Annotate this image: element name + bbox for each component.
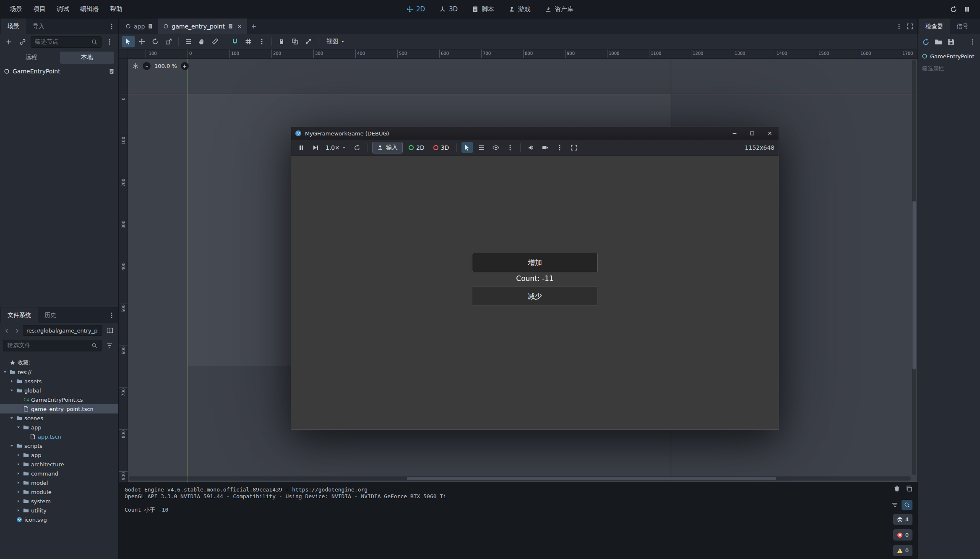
speed-dropdown[interactable]: 1.0×: [324, 144, 348, 151]
snap-options-menu-icon[interactable]: [255, 36, 268, 47]
filter-files-input[interactable]: 筛选文件: [3, 340, 102, 351]
zoom-level-label[interactable]: 100.0 %: [154, 63, 177, 69]
embed-fullscreen-button[interactable]: [568, 142, 579, 153]
attached-script-icon[interactable]: [109, 68, 115, 74]
search-output-button[interactable]: [902, 500, 912, 510]
nav-forward-icon[interactable]: [13, 325, 21, 335]
remote-button[interactable]: 远程: [4, 52, 58, 64]
clear-output-icon[interactable]: [894, 485, 900, 492]
filesystem-menu-icon[interactable]: [108, 312, 115, 319]
fs-row-architecture[interactable]: architecture: [0, 460, 118, 469]
fs-row-scripts[interactable]: scripts: [0, 441, 118, 450]
reset-speed-button[interactable]: [351, 142, 362, 153]
fs-row-model[interactable]: model: [0, 478, 118, 487]
split-view-icon[interactable]: [104, 325, 116, 336]
restart-game-icon[interactable]: [950, 5, 957, 13]
scale-tool-button[interactable]: [162, 36, 175, 47]
rotate-tool-button[interactable]: [149, 36, 162, 47]
view-menu-button[interactable]: 视图: [322, 36, 350, 47]
tab-scene[interactable]: 场景: [1, 18, 26, 34]
fs-row-assets[interactable]: assets: [0, 377, 118, 386]
increase-button[interactable]: 增加: [472, 253, 598, 272]
errors-badge[interactable]: 0: [893, 529, 912, 541]
workspace-script-button[interactable]: 脚本: [467, 3, 500, 16]
new-scene-tab-button[interactable]: [247, 18, 261, 34]
fs-row-global[interactable]: global: [0, 386, 118, 395]
workspace-2d-button[interactable]: 2D: [401, 3, 430, 15]
input-mode-toggle[interactable]: 输入: [372, 142, 403, 153]
fs-row-utility[interactable]: utility: [0, 506, 118, 515]
filter-nodes-input[interactable]: 筛选节点: [31, 36, 102, 48]
fs-row-system[interactable]: system: [0, 497, 118, 506]
smart-snap-button[interactable]: [229, 36, 241, 47]
mute-audio-button[interactable]: [525, 142, 537, 153]
pan-tool-button[interactable]: [195, 36, 208, 47]
horizontal-scrollbar-thumb[interactable]: [407, 477, 776, 480]
fs-row-icon-svg[interactable]: icon.svg: [0, 515, 118, 524]
filter-properties-input[interactable]: 筛选属性: [918, 62, 980, 75]
debug-2d-toggle[interactable]: 2D: [406, 144, 427, 151]
lock-node-button[interactable]: [275, 36, 288, 47]
scene-tree-menu-icon[interactable]: [104, 36, 115, 48]
fs-row-favorites[interactable]: 收藏:: [0, 358, 118, 367]
canvas-2d[interactable]: 100.0 % MyGFrameworkGame (DEBUG): [128, 59, 917, 482]
zoom-in-button[interactable]: [181, 62, 189, 70]
workspace-assetlib-button[interactable]: 资产库: [540, 3, 579, 16]
tab-history[interactable]: 历史: [38, 307, 63, 323]
scene-tree-root-node[interactable]: GameEntryPoint: [0, 65, 118, 78]
current-path[interactable]: res://global/game_entry_p: [23, 325, 102, 336]
nav-back-icon[interactable]: [3, 325, 11, 335]
fs-row-app-folder[interactable]: app: [0, 423, 118, 432]
canvas-vertical-scrollbar[interactable]: [912, 60, 916, 475]
fs-row-gameentrypoint-cs[interactable]: GameEntryPoint.cs: [0, 395, 118, 404]
ruler-tool-button[interactable]: [209, 36, 222, 47]
canvas-horizontal-scrollbar[interactable]: [129, 476, 911, 481]
menu-debug[interactable]: 调试: [51, 3, 75, 15]
dock-menu-icon[interactable]: [108, 23, 115, 30]
tab-signals[interactable]: 信号: [950, 18, 975, 34]
decrease-button[interactable]: 减少: [472, 286, 598, 306]
move-tool-button[interactable]: [136, 36, 148, 47]
instantiate-scene-button[interactable]: [17, 36, 29, 48]
inspected-node-row[interactable]: GameEntryPoint: [918, 50, 980, 62]
center-view-icon[interactable]: [132, 63, 139, 70]
select-mode-button[interactable]: [461, 142, 473, 153]
vertical-scrollbar-thumb[interactable]: [912, 201, 916, 369]
sort-files-icon[interactable]: [104, 340, 115, 351]
select-tool-button[interactable]: [122, 36, 135, 47]
menu-project[interactable]: 项目: [28, 3, 51, 15]
suspend-game-button[interactable]: [295, 142, 307, 153]
distraction-free-icon[interactable]: [907, 23, 913, 30]
fs-row-game-entry-point-tscn[interactable]: game_entry_point.tscn: [0, 404, 118, 413]
fs-row-command[interactable]: command: [0, 469, 118, 478]
fs-row-scripts-app[interactable]: app: [0, 450, 118, 460]
node-type-filter-button[interactable]: [476, 142, 487, 153]
close-tab-icon[interactable]: [237, 24, 242, 29]
skeleton-options-button[interactable]: [302, 36, 315, 47]
maximize-window-button[interactable]: [743, 127, 761, 140]
fs-row-module[interactable]: module: [0, 487, 118, 497]
game-window-titlebar[interactable]: MyGFrameworkGame (DEBUG): [291, 127, 779, 140]
fs-row-res[interactable]: res://: [0, 367, 118, 377]
fs-row-app-tscn[interactable]: app.tscn: [0, 432, 118, 441]
scene-tab-game-entry-point[interactable]: game_entry_point: [158, 18, 247, 34]
tab-inspector[interactable]: 检查器: [919, 18, 950, 34]
scene-tab-app[interactable]: app: [120, 18, 158, 34]
game-focus-icon[interactable]: [936, 5, 944, 13]
filter-messages-icon[interactable]: [891, 502, 898, 508]
menu-editor[interactable]: 编辑器: [75, 3, 104, 15]
grid-snap-button[interactable]: [242, 36, 255, 47]
warnings-badge[interactable]: 0: [893, 545, 912, 556]
camera-override-button[interactable]: [540, 142, 551, 153]
load-resource-icon[interactable]: [935, 38, 942, 46]
toggle-visibility-button[interactable]: [490, 142, 501, 153]
save-resource-icon[interactable]: [947, 38, 955, 46]
pause-game-icon[interactable]: [963, 5, 971, 13]
group-node-button[interactable]: [289, 36, 301, 47]
list-select-button[interactable]: [182, 36, 195, 47]
fs-row-scenes[interactable]: scenes: [0, 413, 118, 423]
tab-list-menu-icon[interactable]: [896, 23, 902, 30]
menu-help[interactable]: 帮助: [104, 3, 128, 15]
local-button[interactable]: 本地: [60, 52, 114, 64]
tab-filesystem[interactable]: 文件系统: [1, 307, 38, 323]
